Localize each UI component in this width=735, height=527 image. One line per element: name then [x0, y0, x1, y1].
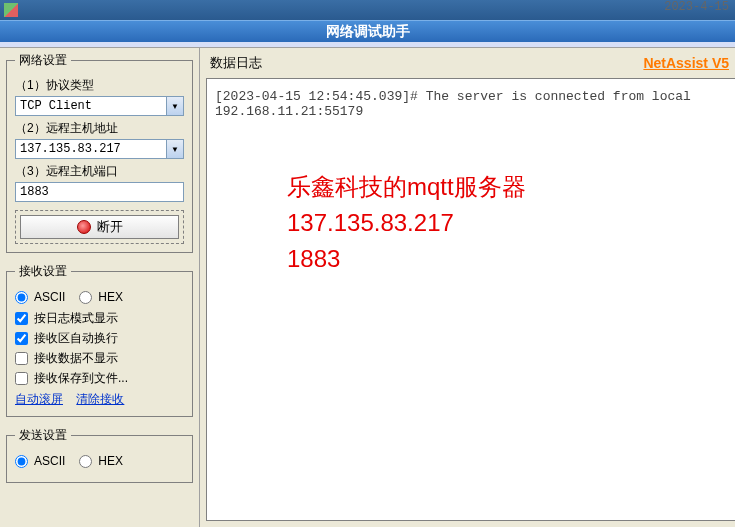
radio-label: ASCII — [34, 290, 65, 304]
annotation-line: 137.135.83.217 — [287, 205, 526, 241]
checkbox-input[interactable] — [15, 332, 28, 345]
recv-check-autowrap[interactable]: 接收区自动换行 — [15, 330, 184, 347]
checkbox-input[interactable] — [15, 352, 28, 365]
date-fragment: 2023-4-15 — [664, 0, 729, 14]
checkbox-label: 接收保存到文件... — [34, 370, 128, 387]
left-panel: 网络设置 （1）协议类型 TCP Client ▼ （2）远程主机地址 137.… — [0, 48, 200, 527]
chevron-down-icon[interactable]: ▼ — [166, 139, 184, 159]
checkbox-label: 接收区自动换行 — [34, 330, 118, 347]
brand-link[interactable]: NetAssist V5 — [643, 55, 729, 71]
remote-host-select[interactable]: 137.135.83.217 ▼ — [15, 139, 184, 159]
checkbox-input[interactable] — [15, 372, 28, 385]
recv-check-logmode[interactable]: 按日志模式显示 — [15, 310, 184, 327]
log-tab-label: 数据日志 — [206, 54, 262, 72]
protocol-type-select[interactable]: TCP Client ▼ — [15, 96, 184, 116]
recv-check-savefile[interactable]: 接收保存到文件... — [15, 370, 184, 387]
send-settings-legend: 发送设置 — [15, 427, 71, 444]
radio-input[interactable] — [79, 291, 92, 304]
send-radio-ascii[interactable]: ASCII — [15, 454, 65, 468]
annotation-line: 乐鑫科技的mqtt服务器 — [287, 169, 526, 205]
receive-settings-group: 接收设置 ASCII HEX 按日志模式显示 接收区自动换行 — [6, 263, 193, 417]
send-radio-hex[interactable]: HEX — [79, 454, 123, 468]
chevron-down-icon[interactable]: ▼ — [166, 96, 184, 116]
record-icon — [77, 220, 91, 234]
log-line: [2023-04-15 12:54:45.039]# The server is… — [215, 89, 727, 104]
receive-settings-legend: 接收设置 — [15, 263, 71, 280]
checkbox-label: 按日志模式显示 — [34, 310, 118, 327]
recv-radio-hex[interactable]: HEX — [79, 290, 123, 304]
window-title: 网络调试助手 — [326, 23, 410, 41]
overlay-annotation: 乐鑫科技的mqtt服务器 137.135.83.217 1883 — [287, 169, 526, 277]
network-settings-group: 网络设置 （1）协议类型 TCP Client ▼ （2）远程主机地址 137.… — [6, 52, 193, 253]
log-textarea[interactable]: [2023-04-15 12:54:45.039]# The server is… — [206, 78, 735, 521]
recv-check-hidedata[interactable]: 接收数据不显示 — [15, 350, 184, 367]
recv-radio-ascii[interactable]: ASCII — [15, 290, 65, 304]
radio-input[interactable] — [15, 455, 28, 468]
window-titlebar: 网络调试助手 — [0, 20, 735, 42]
remote-host-value: 137.135.83.217 — [15, 139, 166, 159]
protocol-type-value: TCP Client — [15, 96, 166, 116]
checkbox-input[interactable] — [15, 312, 28, 325]
remote-host-label: （2）远程主机地址 — [15, 120, 184, 137]
annotation-line: 1883 — [287, 241, 526, 277]
protocol-type-label: （1）协议类型 — [15, 77, 184, 94]
remote-port-input[interactable] — [15, 182, 184, 202]
radio-label: HEX — [98, 290, 123, 304]
send-settings-group: 发送设置 ASCII HEX — [6, 427, 193, 483]
remote-port-label: （3）远程主机端口 — [15, 163, 184, 180]
checkbox-label: 接收数据不显示 — [34, 350, 118, 367]
system-taskbar — [0, 0, 735, 20]
right-panel: 数据日志 NetAssist V5 [2023-04-15 12:54:45.0… — [200, 48, 735, 527]
link-autoscroll[interactable]: 自动滚屏 — [15, 392, 63, 406]
radio-label: ASCII — [34, 454, 65, 468]
link-clear-recv[interactable]: 清除接收 — [76, 392, 124, 406]
disconnect-button[interactable]: 断开 — [20, 215, 179, 239]
radio-label: HEX — [98, 454, 123, 468]
radio-input[interactable] — [79, 455, 92, 468]
disconnect-label: 断开 — [97, 218, 123, 236]
log-line: 192.168.11.21:55179 — [215, 104, 727, 119]
radio-input[interactable] — [15, 291, 28, 304]
app-sysicon — [4, 3, 18, 17]
network-settings-legend: 网络设置 — [15, 52, 71, 69]
